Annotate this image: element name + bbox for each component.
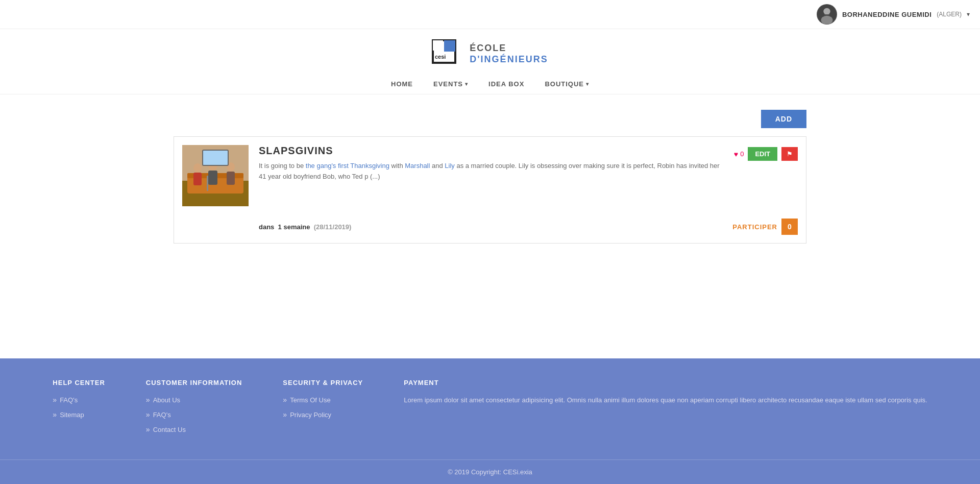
date-prefix: dans bbox=[259, 223, 274, 231]
user-location: (ALGER) bbox=[937, 11, 962, 18]
footer-help-center: HELP CENTER FAQ's Sitemap bbox=[53, 379, 105, 439]
footer-link-terms[interactable]: Terms Of Use bbox=[283, 395, 363, 405]
footer: HELP CENTER FAQ's Sitemap CUSTOMER INFOR… bbox=[0, 358, 980, 484]
participer-link[interactable]: PARTICIPER bbox=[732, 223, 777, 231]
svg-rect-6 bbox=[444, 40, 455, 52]
participer-section: PARTICIPER 0 bbox=[732, 219, 798, 235]
svg-rect-20 bbox=[203, 150, 228, 165]
event-card-inner: SLAPSGIVINS It is going to be the gang's… bbox=[174, 137, 806, 214]
nav-events[interactable]: EVENTS ▾ bbox=[433, 80, 468, 88]
event-image bbox=[182, 145, 249, 206]
heart-icon: ♥ bbox=[734, 150, 738, 158]
footer-customer-info: CUSTOMER INFORMATION About Us FAQ's Cont… bbox=[146, 379, 242, 439]
user-menu[interactable]: BORHANEDDINE GUEMIDI (ALGER) ▾ bbox=[817, 4, 970, 25]
flag-button[interactable]: ⚑ bbox=[781, 147, 798, 161]
footer-payment-heading: PAYMENT bbox=[404, 379, 927, 386]
footer-link-contact[interactable]: Contact Us bbox=[146, 424, 242, 435]
participant-count-badge: 0 bbox=[781, 219, 798, 235]
site-logo: cesi ÉCOLE D'INGÉNIEURS bbox=[432, 39, 548, 69]
svg-point-1 bbox=[823, 8, 830, 15]
footer-payment: PAYMENT Lorem ipsum dolor sit amet conse… bbox=[404, 379, 927, 439]
date-absolute: (28/11/2019) bbox=[314, 223, 352, 231]
svg-text:cesi: cesi bbox=[435, 54, 446, 60]
cesi-logo-graphic: cesi bbox=[432, 39, 467, 69]
username: BORHANEDDINE GUEMIDI bbox=[842, 11, 932, 18]
svg-rect-14 bbox=[193, 173, 202, 185]
dropdown-arrow-icon: ▾ bbox=[967, 11, 970, 18]
footer-bottom: © 2019 Copyright: CESi.exia bbox=[0, 459, 980, 484]
event-details: SLAPSGIVINS It is going to be the gang's… bbox=[259, 145, 724, 182]
footer-link-about[interactable]: About Us bbox=[146, 395, 242, 405]
nav-ideabox[interactable]: IDEA BOX bbox=[488, 80, 524, 88]
event-card: SLAPSGIVINS It is going to be the gang's… bbox=[174, 136, 806, 244]
date-relative: 1 semaine bbox=[278, 223, 310, 231]
svg-rect-18 bbox=[227, 172, 235, 185]
event-actions: ♥ 0 EDIT ⚑ bbox=[734, 145, 798, 161]
nav-home[interactable]: HOME bbox=[391, 80, 413, 88]
nav-boutique[interactable]: BOUTIQUE ▾ bbox=[545, 80, 589, 88]
footer-grid: HELP CENTER FAQ's Sitemap CUSTOMER INFOR… bbox=[0, 379, 980, 459]
event-footer: dans 1 semaine (28/11/2019) PARTICIPER 0 bbox=[174, 214, 806, 243]
main-content: ADD bbox=[0, 100, 980, 358]
footer-security: SECURITY & PRIVACY Terms Of Use Privacy … bbox=[283, 379, 363, 439]
footer-link-privacy[interactable]: Privacy Policy bbox=[283, 409, 363, 420]
footer-security-heading: SECURITY & PRIVACY bbox=[283, 379, 363, 386]
logo-line1: ÉCOLE bbox=[470, 43, 548, 54]
event-date: dans 1 semaine (28/11/2019) bbox=[259, 223, 351, 231]
svg-point-13 bbox=[193, 163, 202, 173]
svg-rect-19 bbox=[207, 176, 208, 191]
copyright-text: © 2019 Copyright: CESi.exia bbox=[448, 468, 532, 476]
events-caret-icon: ▾ bbox=[465, 81, 468, 87]
like-count: 0 bbox=[740, 150, 744, 158]
main-nav: HOME EVENTS ▾ IDEA BOX BOUTIQUE ▾ bbox=[0, 74, 980, 94]
footer-help-heading: HELP CENTER bbox=[53, 379, 105, 386]
footer-link-faq2[interactable]: FAQ's bbox=[146, 409, 242, 420]
flag-icon: ⚑ bbox=[787, 150, 793, 158]
like-badge: ♥ 0 bbox=[734, 150, 744, 158]
event-title: SLAPSGIVINS bbox=[259, 145, 724, 157]
logo-text: ÉCOLE D'INGÉNIEURS bbox=[470, 43, 548, 65]
top-bar: BORHANEDDINE GUEMIDI (ALGER) ▾ bbox=[0, 0, 980, 29]
footer-link-sitemap[interactable]: Sitemap bbox=[53, 409, 105, 420]
footer-payment-text: Lorem ipsum dolor sit amet consectetur a… bbox=[404, 395, 927, 406]
logo-area: cesi ÉCOLE D'INGÉNIEURS bbox=[0, 29, 980, 74]
add-button[interactable]: ADD bbox=[761, 110, 806, 128]
footer-customer-heading: CUSTOMER INFORMATION bbox=[146, 379, 242, 386]
event-description: It is going to be the gang's first Thank… bbox=[259, 161, 724, 182]
svg-rect-3 bbox=[824, 14, 829, 15]
boutique-caret-icon: ▾ bbox=[586, 81, 589, 87]
svg-rect-16 bbox=[208, 171, 217, 185]
logo-line2: D'INGÉNIEURS bbox=[470, 54, 548, 65]
footer-link-faq1[interactable]: FAQ's bbox=[53, 395, 105, 405]
edit-button[interactable]: EDIT bbox=[748, 147, 777, 161]
avatar bbox=[817, 4, 837, 25]
svg-rect-7 bbox=[435, 42, 443, 51]
add-button-row: ADD bbox=[174, 110, 806, 128]
